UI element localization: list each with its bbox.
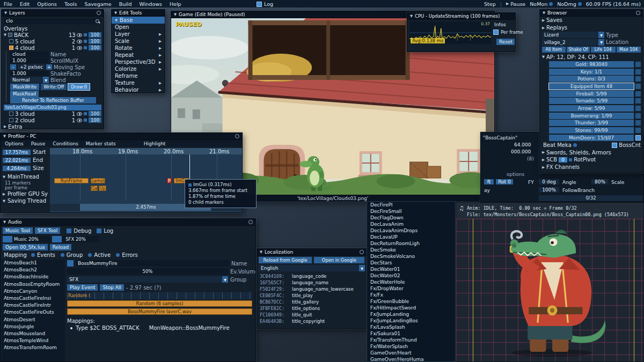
language-combo[interactable]: English▼ xyxy=(259,265,365,271)
marker-bar-ga[interactable]: Ga xyxy=(91,186,98,191)
edit-tools-item[interactable]: Perspective/3D ▶ xyxy=(112,58,165,65)
saves-tree-node[interactable]: ▶Saves xyxy=(540,17,643,24)
shakefactor-field[interactable]: 1.000 xyxy=(10,71,49,76)
layer-opacity-field[interactable]: 100 xyxy=(89,111,101,116)
audio-radio[interactable]: Group xyxy=(61,252,83,258)
fx-file-item[interactable]: DecLavaUP xyxy=(367,234,455,240)
blend-combo[interactable]: Normal ▼ xyxy=(10,77,49,83)
audio-event-item[interactable]: AtmosCastleFireIntr xyxy=(2,302,65,309)
edit-tools-item[interactable]: Open xyxy=(112,24,165,31)
life-button[interactable]: Life 104 xyxy=(591,47,615,53)
stat-handle-icon[interactable] xyxy=(635,84,641,89)
collapse-arrow-icon[interactable]: ▼ xyxy=(4,11,7,15)
audio-event-item[interactable]: AtmosMouseland xyxy=(2,330,65,337)
edit-tools-item[interactable]: Repeat ▶ xyxy=(112,51,165,58)
visibility-eye-icon[interactable] xyxy=(77,112,82,116)
stat-handle-icon[interactable] xyxy=(635,98,641,104)
edit-tools-item[interactable]: Layer ▶ xyxy=(112,31,165,38)
highlight-menu-item[interactable]: Highlight xyxy=(144,141,166,146)
increment-button[interactable]: + xyxy=(46,64,52,70)
profiler-menu-item[interactable]: Marker stats xyxy=(86,141,116,146)
stop-all-button[interactable]: Stop All xyxy=(100,284,123,291)
fx-file-item[interactable]: Fx/DropWater xyxy=(367,285,455,292)
marker-bar-gamel[interactable]: GameL xyxy=(91,178,105,183)
layer-opacity-field[interactable]: 100 xyxy=(89,117,101,123)
checkbox-icon[interactable] xyxy=(635,135,641,141)
fx-file-item[interactable]: DecWater02 xyxy=(367,272,455,279)
music-tool-button[interactable]: Music Tool xyxy=(3,227,33,234)
stat-handle-icon[interactable] xyxy=(635,120,641,125)
wav-sample-bar[interactable]: BossMummyFire laverC.wav xyxy=(67,308,252,315)
marker-bar-runframe[interactable]: RunFrame xyxy=(54,178,89,183)
fx-file-item[interactable]: Fx/Sakura01 xyxy=(367,330,455,337)
audio-event-item[interactable]: AtmosCanyon xyxy=(2,288,65,295)
write-off-button[interactable]: Write:Off xyxy=(41,84,67,90)
scrollmul-field[interactable]: 1.000 xyxy=(10,58,49,63)
fx-channels-tree-node[interactable]: ▶FX Channels xyxy=(540,164,643,171)
memdoors-row[interactable]: MemDoors: 15/$07 xyxy=(540,134,643,142)
scb-value-field[interactable]: 0 xyxy=(559,157,567,162)
play-event-button[interactable]: Play Event xyxy=(67,284,98,291)
log-checkbox[interactable]: Log xyxy=(257,1,273,7)
scb-row[interactable]: ▶ SCB 0 RotPivot xyxy=(540,156,643,164)
fx-file-item[interactable]: DecFlagDown xyxy=(367,215,455,221)
fx-file-item[interactable]: Fx/Fx xyxy=(367,292,455,298)
audio-event-item[interactable]: AtmosJungle xyxy=(2,323,65,330)
audio-event-item[interactable]: AtmosBeach2 xyxy=(2,267,65,274)
layer-row[interactable]: 3 cloud 1 100 xyxy=(8,110,103,117)
stat-handle-icon[interactable] xyxy=(635,91,641,97)
fx-file-item[interactable]: DecLavaAnimDrops xyxy=(367,227,455,234)
fx-file-item[interactable]: DecSmokeVolcano xyxy=(367,253,455,260)
cpu-titlebar[interactable]: ▼ CPU - UpdateStreaming (100 frames) xyxy=(407,13,515,20)
edit-tools-item[interactable]: Texture ▶ xyxy=(112,79,165,86)
audio-event-item[interactable]: AtmosBeachInside xyxy=(2,274,65,280)
sprite-viewer[interactable]: ♫ Anim: IDLE, Time: 0.00 sec = Frame 0/3… xyxy=(456,202,644,362)
music-volume-slider[interactable]: Music 20% xyxy=(3,236,50,242)
layer-opacity-field[interactable]: 100 xyxy=(89,32,101,38)
fx-file-item[interactable]: Fx/WaterSplash xyxy=(367,343,455,350)
browser-stat-row[interactable]: Equipped Item 48 xyxy=(540,83,643,90)
localization-row[interactable]: 3C044169: language_code xyxy=(257,273,367,279)
layer-opacity-field[interactable]: 100 xyxy=(89,45,101,50)
localization-row[interactable]: EA464A3B: title_copyright xyxy=(257,318,367,324)
edit-tools-titlebar[interactable]: ▼ Edit Tools xyxy=(112,10,165,17)
fx-file-item[interactable]: GameOver/HeroHuma xyxy=(367,356,455,362)
maskwrite-button[interactable]: MaskWrite xyxy=(10,84,39,90)
open-sfx-lua-button[interactable]: Open 00_Sfx.lua xyxy=(3,244,48,250)
log-checkbox[interactable]: Log xyxy=(97,228,113,234)
shake-off-button[interactable]: Shake Of xyxy=(567,47,590,53)
visibility-eye-icon[interactable] xyxy=(77,40,82,43)
localization-row[interactable]: CE005F4C: title_play xyxy=(257,292,367,299)
expand-arrow-icon[interactable]: ▼ xyxy=(4,33,6,37)
audio-event-item[interactable]: AtmosCastleFireOuts xyxy=(2,309,65,316)
cpu-per-frame-checkbox[interactable]: Per frame xyxy=(493,29,523,35)
type-combo[interactable]: Lizard▼ xyxy=(542,32,604,38)
layer-texture-row[interactable]: tex/LocVillage/Clouds03.png xyxy=(3,104,103,110)
edit-tools-item[interactable]: Colorize ▶ xyxy=(112,65,165,72)
audio-radio[interactable]: Active xyxy=(88,252,111,258)
mainthread-node[interactable]: ▼MainThread xyxy=(3,174,39,180)
debug-checkbox[interactable]: Debug xyxy=(67,228,91,234)
browser-stat-row[interactable]: Tornado: 5/99 xyxy=(540,98,643,105)
radio-icon[interactable] xyxy=(573,143,577,147)
reload-button[interactable]: Reload xyxy=(50,244,72,250)
collapse-arrow-icon[interactable]: ▼ xyxy=(3,220,6,224)
marker-bar-up[interactable]: Up xyxy=(99,186,106,191)
anim-progress-bar[interactable]: 0/32 xyxy=(539,195,643,201)
fx-file-item[interactable]: Fx/TransformThund xyxy=(367,337,455,343)
boss-value-field[interactable]: 64.000 xyxy=(512,142,538,147)
beat-meka-row[interactable]: Beat Meka BossCnt xyxy=(540,142,643,149)
replays-tree-node[interactable]: ▶Replays xyxy=(540,24,643,32)
fx-file-item[interactable]: DecFirePl xyxy=(367,202,455,208)
stat-handle-icon[interactable] xyxy=(635,128,641,133)
fx-file-item[interactable]: DecStars xyxy=(367,260,455,266)
menu-item[interactable]: Options xyxy=(33,0,61,8)
location-combo[interactable]: village_2▼ xyxy=(542,39,604,46)
play-pct-field[interactable]: 100% xyxy=(539,187,559,193)
stat-handle-icon[interactable] xyxy=(635,62,641,67)
profiler-titlebar[interactable]: ▼ Profiler - PC xyxy=(1,133,242,140)
close-button[interactable] xyxy=(235,134,239,138)
menu-item[interactable]: Windows xyxy=(136,0,166,8)
menu-item[interactable]: Help xyxy=(166,0,185,8)
fx-file-item[interactable]: DecLavaAnim xyxy=(367,221,455,227)
